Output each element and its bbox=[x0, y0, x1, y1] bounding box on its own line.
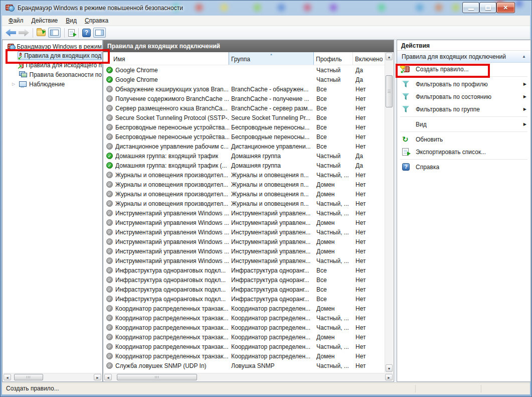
table-row[interactable]: ✓Инструментарий управления Windows ...Ин… bbox=[104, 218, 386, 227]
export-list-action[interactable]: Экспортировать список... bbox=[397, 146, 530, 158]
list-scrollbar-thumb[interactable] bbox=[386, 75, 393, 107]
cell-name: ✓Журналы и оповещения производител... bbox=[104, 191, 229, 198]
cell-enabled: Нет bbox=[353, 334, 383, 341]
export-list-icon[interactable] bbox=[68, 29, 75, 37]
filter-icon bbox=[402, 106, 409, 112]
expander-icon[interactable]: ▷ bbox=[12, 82, 15, 86]
table-row[interactable]: ✓Координатор распределенных транзак...Ко… bbox=[104, 342, 386, 351]
actions-section-header[interactable]: Правила для входящих подключений ▲ bbox=[397, 51, 530, 63]
forward-icon[interactable] bbox=[19, 29, 29, 37]
table-row[interactable]: ✓Инфраструктура одноранговых подкл...Инф… bbox=[104, 285, 386, 294]
table-row[interactable]: ✓Беспроводные переносные устройства...Бе… bbox=[104, 132, 386, 142]
table-row[interactable]: ✓Инфраструктура одноранговых подкл...Инф… bbox=[104, 266, 386, 275]
table-row[interactable]: ✓Сервер размещенного кэша BranchCa...Bra… bbox=[104, 103, 386, 113]
titlebar[interactable]: Брандмауэр Windows в режиме повышенной б… bbox=[1, 1, 531, 16]
table-row[interactable]: ✓Журналы и оповещения производител...Жур… bbox=[104, 189, 386, 199]
cell-name: ✓Беспроводные переносные устройства... bbox=[104, 134, 229, 141]
scroll-down-icon[interactable]: ▼ bbox=[386, 364, 393, 372]
table-row[interactable]: ✓Инструментарий управления Windows ...Ин… bbox=[104, 246, 386, 256]
list-hscrollbar-thumb[interactable] bbox=[117, 374, 197, 380]
cell-enabled: Нет bbox=[353, 143, 383, 150]
tree-horizontal-scrollbar[interactable]: ◄ ► bbox=[3, 373, 102, 381]
scroll-right-icon[interactable]: ► bbox=[94, 374, 101, 380]
menu-action[interactable]: Действие bbox=[28, 16, 62, 26]
filter-by-state-action[interactable]: Фильтровать по состоянию▶ bbox=[397, 90, 530, 103]
table-row[interactable]: ✓Обнаружение кэширующих узлов Bran...Bra… bbox=[104, 84, 386, 94]
filter-by-group-action[interactable]: Фильтровать по группе▶ bbox=[397, 103, 530, 115]
actions-list: Создать правило...Фильтровать по профилю… bbox=[397, 63, 530, 173]
column-header-name[interactable]: Имя bbox=[103, 52, 229, 65]
table-row[interactable]: ✓Беспроводные переносные устройства...Бе… bbox=[104, 122, 386, 132]
tree-item-security-rules[interactable]: Правила безопасности по bbox=[3, 70, 102, 79]
cell-name: ✓Координатор распределенных транзак... bbox=[104, 305, 229, 312]
refresh-action[interactable]: Обновить bbox=[397, 133, 530, 146]
cell-name: ✓Инструментарий управления Windows ... bbox=[104, 210, 229, 217]
table-row[interactable]: ✓Инфраструктура одноранговых подкл...Инф… bbox=[104, 294, 386, 304]
filter-by-profile-action[interactable]: Фильтровать по профилю▶ bbox=[397, 78, 530, 90]
cell-group: Журналы и оповещения п... bbox=[229, 172, 314, 179]
cell-profile: Все bbox=[314, 267, 353, 274]
maximize-button[interactable] bbox=[479, 2, 496, 13]
app-icon bbox=[6, 5, 13, 11]
table-row[interactable]: ✓Инструментарий управления Windows ...Ин… bbox=[104, 237, 386, 246]
help-icon[interactable] bbox=[82, 29, 91, 37]
table-row[interactable]: ✓Инструментарий управления Windows ...Ин… bbox=[104, 256, 386, 266]
list-vertical-scrollbar[interactable]: ▲ ▼ bbox=[385, 52, 393, 372]
menu-help[interactable]: Справка bbox=[81, 16, 112, 26]
cell-name: ✓Инфраструктура одноранговых подкл... bbox=[104, 286, 229, 293]
chevron-up-icon[interactable]: ▲ bbox=[522, 54, 526, 59]
scroll-left-icon[interactable]: ◄ bbox=[4, 374, 11, 380]
cell-enabled: Нет bbox=[353, 181, 383, 188]
back-icon[interactable] bbox=[6, 29, 16, 37]
table-row[interactable]: ✓Google ChromeЧастныйДа bbox=[104, 65, 386, 75]
help-action[interactable]: Справка bbox=[397, 161, 530, 173]
rule-status-icon: ✓ bbox=[106, 67, 113, 73]
table-row[interactable]: ✓Получение содержимого BranchCache ...Br… bbox=[104, 94, 386, 103]
rule-name: Координатор распределенных транзак... bbox=[115, 343, 229, 350]
column-header-profile[interactable]: Профиль bbox=[314, 52, 353, 65]
scroll-left-icon[interactable]: ◄ bbox=[104, 374, 112, 380]
table-row[interactable]: ✓Координатор распределенных транзак...Ко… bbox=[104, 304, 386, 313]
column-header-enabled[interactable]: Включено bbox=[353, 52, 383, 65]
menu-file[interactable]: Файл bbox=[5, 16, 28, 26]
table-row[interactable]: ✓Google ChromeЧастныйДа bbox=[104, 75, 386, 84]
tree-item-monitoring[interactable]: ▷Наблюдение bbox=[3, 79, 102, 89]
list-horizontal-scrollbar[interactable]: ◄ ► bbox=[104, 373, 393, 381]
action-pane-toggle[interactable] bbox=[93, 28, 106, 38]
view-action[interactable]: Вид▶ bbox=[397, 118, 530, 130]
statusbar-divider bbox=[481, 385, 481, 392]
table-row[interactable]: ✓Журналы и оповещения производител...Жур… bbox=[104, 199, 386, 208]
column-header-group[interactable]: ▲ Группа bbox=[229, 52, 314, 65]
table-row[interactable]: ✓Координатор распределенных транзак...Ко… bbox=[104, 332, 386, 342]
table-row[interactable]: ✓Служба ловушек SNMP (UDP In)Ловушка SNM… bbox=[104, 361, 386, 370]
cell-enabled: Нет bbox=[353, 86, 383, 93]
scroll-right-icon[interactable]: ► bbox=[385, 374, 393, 380]
table-row[interactable]: ✓Инструментарий управления Windows ...Ин… bbox=[104, 227, 386, 237]
table-row[interactable]: ✓Координатор распределенных транзак...Ко… bbox=[104, 323, 386, 332]
table-row[interactable]: ✓Журналы и оповещения производител...Жур… bbox=[104, 170, 386, 180]
cell-enabled: Нет bbox=[353, 248, 383, 255]
rule-name: Беспроводные переносные устройства... bbox=[115, 134, 229, 141]
minimize-button[interactable] bbox=[462, 2, 479, 13]
refresh-icon bbox=[402, 136, 411, 144]
rule-name: Сервер размещенного кэша BranchCa... bbox=[115, 105, 228, 112]
table-row[interactable]: ✓Инструментарий управления Windows ...Ин… bbox=[104, 208, 386, 218]
menu-view[interactable]: Вид bbox=[62, 16, 81, 26]
table-row[interactable]: ✓Координатор распределенных транзак...Ко… bbox=[104, 351, 386, 361]
table-row[interactable]: ✓Домашняя группа: входящий трафик (...До… bbox=[104, 161, 386, 170]
cell-name: ✓Служба ловушек SNMP (UDP In) bbox=[104, 362, 229, 369]
table-row[interactable]: ✓Журналы и оповещения производител...Жур… bbox=[104, 180, 386, 189]
table-row[interactable]: ✓Инфраструктура одноранговых подкл...Инф… bbox=[104, 275, 386, 285]
table-row[interactable]: ✓Дистанционное управление рабочим с...Ди… bbox=[104, 142, 386, 151]
rule-status-icon: ✓ bbox=[106, 296, 113, 302]
table-row[interactable]: ✓Координатор распределенных транзак...Ко… bbox=[104, 313, 386, 323]
table-row[interactable]: ✓Домашняя группа: входящий трафикДомашня… bbox=[104, 151, 386, 161]
cell-name: ✓Координатор распределенных транзак... bbox=[104, 324, 229, 331]
folder-up-icon[interactable] bbox=[37, 30, 46, 36]
close-button[interactable]: × bbox=[496, 2, 515, 13]
table-row[interactable]: ✓Secure Socket Tunneling Protocol (SSTP-… bbox=[104, 113, 386, 122]
console-tree-toggle[interactable] bbox=[48, 28, 61, 38]
cell-name: ✓Координатор распределенных транзак... bbox=[104, 334, 229, 341]
scroll-up-icon[interactable]: ▲ bbox=[386, 53, 393, 60]
tree-scrollbar-thumb[interactable] bbox=[14, 374, 43, 380]
